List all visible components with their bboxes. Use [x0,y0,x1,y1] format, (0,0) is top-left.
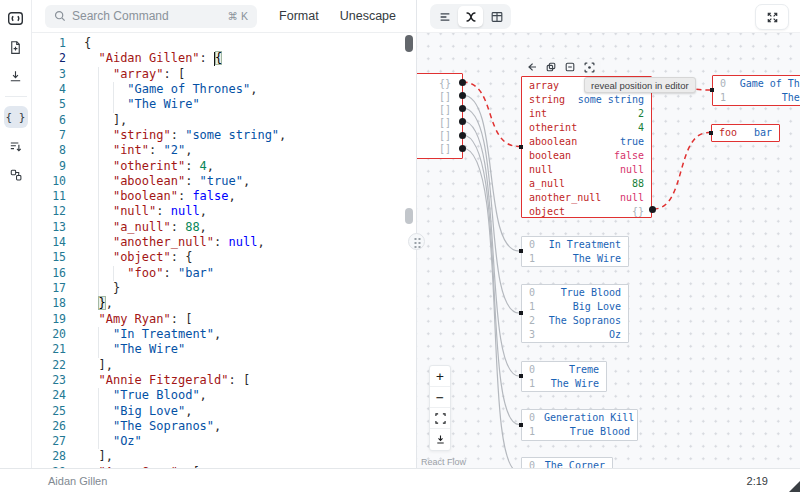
editor-actions: Format Unescape [279,9,416,23]
connection-dot[interactable] [459,118,466,125]
connection-dot[interactable] [459,79,466,86]
node-row: 1Big Love [522,300,628,314]
new-file-icon[interactable] [4,36,28,58]
collapse-node-icon[interactable] [565,62,575,72]
editor-line: 4 "Game of Thrones", [32,82,416,97]
editor-line: 24 "True Blood", [32,388,416,403]
editor-line: 5 "The Wire" [32,97,416,112]
node-row: abooleantrue [522,135,651,149]
editor-line: 25 "Big Love", [32,404,416,419]
editor-line: 9 "otherint": 4, [32,159,416,174]
editor-line: 3 "array": [ [32,67,416,82]
line-number: 14 [32,235,66,250]
drag-dots-icon [413,236,421,248]
editor-line: 19 "Amy Ryan": [ [32,312,416,327]
node-row: 0In Treatment [522,238,628,252]
node-row: 0True Blood [522,286,628,300]
search-command-box[interactable]: Search Command ⌘ K [45,5,257,28]
download-image-button[interactable] [430,429,450,450]
search-shortcut: ⌘ K [228,10,248,22]
line-number: 6 [32,113,66,128]
graph-canvas[interactable]: {}[][][]rd[][]arraystringsome stringint2… [417,33,800,468]
editor-toolbar: Search Command ⌘ K Format Unescape [32,0,416,33]
node-row: 0Treme [522,363,606,377]
graph-node-root[interactable]: {}[][][]rd[][] [417,73,463,159]
line-number: 15 [32,250,66,265]
line-number: 9 [32,159,66,174]
graph-node-foo[interactable]: foobar [711,124,780,142]
line-number: 12 [32,204,66,219]
connection-dot[interactable] [459,105,466,112]
editor-line: 17 } [32,281,416,296]
zoom-out-button[interactable]: − [430,387,450,408]
graph-node-genkill[interactable]: 0Generation Kill1True Blood [521,409,638,441]
node-row: another_nullnull [522,191,651,205]
edge-connector [519,423,523,427]
line-number: 13 [32,220,66,235]
format-button[interactable]: Format [279,9,319,23]
view-toggle [430,4,511,29]
line-number: 27 [32,434,66,449]
editor-line: 10 "aboolean": "true", [32,174,416,189]
list-view-icon[interactable] [432,6,457,27]
focus-node-icon[interactable] [584,62,595,73]
graph-node-selected[interactable]: arraystringsome stringint2otherint4abool… [521,76,652,218]
json-editor-icon[interactable]: { } [4,106,28,128]
edge-connector [519,145,523,149]
fullscreen-button[interactable] [755,4,789,30]
edge-connector [709,131,713,135]
editor-line: 22 ], [32,358,416,373]
graph-view-icon[interactable] [458,6,483,27]
unescape-button[interactable]: Unescape [340,9,396,23]
node-row: nullnull [522,163,651,177]
scrollbar-cursor-marker[interactable] [405,35,413,52]
back-arrow-icon[interactable] [527,62,537,72]
editor-lines: 1{2 "Aidan Gillen": {3 "array": [4 "Game… [32,36,416,468]
json-code-editor[interactable]: 1{2 "Aidan Gillen": {3 "array": [4 "Game… [32,33,416,468]
node-row: otherint4 [522,121,651,135]
node-row: 1The Wire [713,91,800,105]
connection-dot[interactable] [459,92,466,99]
nodes-graph-icon[interactable] [4,164,28,186]
editor-line: 28 ], [32,449,416,464]
node-row: foobar [712,126,779,140]
connection-dot[interactable] [459,145,466,152]
node-row: 1The Wire [522,377,606,391]
line-number: 17 [32,281,66,296]
line-number: 10 [32,174,66,189]
icon-sidebar: { } [0,0,32,468]
line-number: 26 [32,419,66,434]
fit-view-button[interactable] [430,408,450,429]
app-logo-icon[interactable] [4,7,28,29]
graph-node-corner[interactable]: 0The Corner [521,457,613,468]
line-number: 19 [32,312,66,327]
graph-node-treme[interactable]: 0Treme1The Wire [521,361,607,392]
selected-node-path: Aidan Gillen [48,475,107,487]
table-view-icon[interactable] [484,6,509,27]
object-connection-dot[interactable] [649,206,656,213]
editor-line: 27 "Oz" [32,434,416,449]
scrollbar-thumb[interactable] [405,208,413,224]
line-number: 1 [32,36,66,51]
graph-node-array_items[interactable]: 0Game of Thrones1The Wire [712,75,800,106]
pane-resize-handle[interactable] [408,233,425,250]
line-number: 4 [32,82,66,97]
transform-filter-icon[interactable] [4,135,28,157]
node-row: [] [417,142,462,155]
edge-connector [519,249,523,253]
import-download-icon[interactable] [4,65,28,87]
line-number: 8 [32,143,66,158]
resize-grip[interactable] [789,481,800,492]
line-number: 28 [32,449,66,464]
line-number: 2 [32,51,66,66]
graph-node-annie[interactable]: 0True Blood1Big Love2The Sopranos3Oz [521,284,629,343]
copy-icon[interactable] [546,62,556,72]
connection-dot[interactable] [459,132,466,139]
zoom-in-button[interactable]: + [430,366,450,387]
node-row: [] [417,116,462,129]
edge-connector [519,311,523,315]
node-row: 1The Wire [522,252,628,266]
editor-line: 7 "string": "some string", [32,128,416,143]
graph-node-amy[interactable]: 0In Treatment1The Wire [521,236,629,267]
edge-connector [519,374,523,378]
